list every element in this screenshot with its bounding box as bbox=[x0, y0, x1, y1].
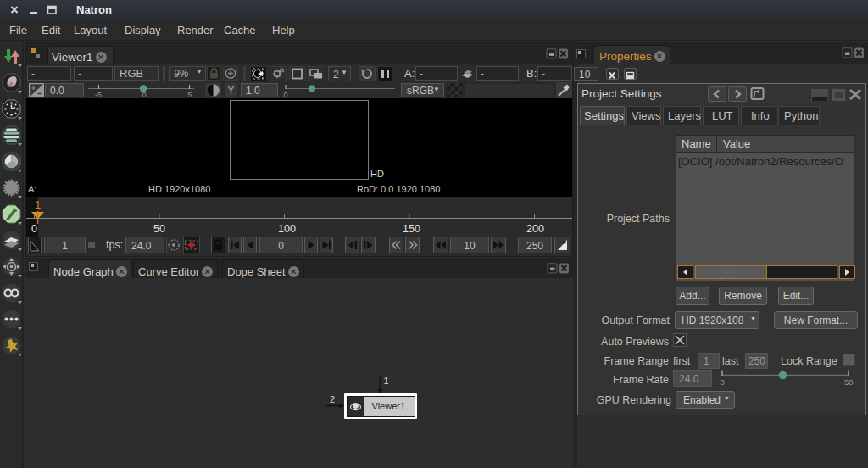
svg-text:200: 200 bbox=[526, 223, 544, 235]
svg-text:150: 150 bbox=[403, 223, 420, 235]
svg-text:5: 5 bbox=[188, 91, 192, 99]
svg-text:0: 0 bbox=[284, 91, 288, 99]
svg-text:50: 50 bbox=[844, 377, 854, 387]
svg-text:0: 0 bbox=[142, 91, 147, 99]
svg-text:1: 1 bbox=[384, 376, 389, 386]
svg-text:0: 0 bbox=[31, 223, 37, 235]
svg-text:2: 2 bbox=[330, 394, 335, 404]
svg-text:1: 1 bbox=[35, 198, 41, 211]
svg-text:100: 100 bbox=[278, 223, 296, 235]
svg-text:0: 0 bbox=[721, 377, 725, 387]
svg-text:50: 50 bbox=[153, 223, 165, 235]
svg-text:-5: -5 bbox=[95, 91, 102, 99]
